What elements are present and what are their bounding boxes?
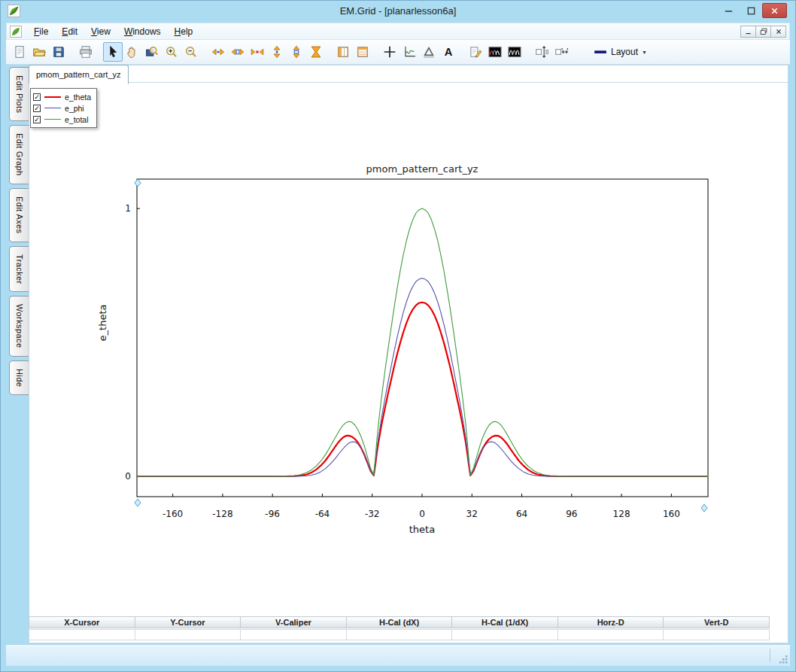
open-button[interactable] [29, 42, 49, 62]
x-tick-label: -32 [365, 509, 380, 519]
save-icon [52, 45, 65, 59]
sidebar-tab-edit-plots[interactable]: Edit Plots [9, 67, 29, 121]
h-compress-button[interactable] [248, 42, 267, 62]
axis-handle[interactable] [701, 504, 707, 512]
sidebar-tab-edit-graph[interactable]: Edit Graph [9, 125, 29, 184]
maximize-button[interactable] [740, 3, 761, 18]
axes-curve-icon [403, 45, 416, 59]
x-tick-label: 96 [566, 509, 577, 519]
document-tab[interactable]: pmom_pattern_cart_yz [29, 65, 129, 84]
layout-label: Layout [611, 47, 638, 57]
readout-header-cell: Y-Cursor [135, 616, 242, 628]
readout-value-cell [663, 629, 770, 640]
legend-label: e_phi [65, 104, 84, 113]
readout-header-cell: H-Cal (dX) [346, 616, 453, 628]
waves-mono-icon [508, 45, 521, 59]
sidebar-tab-hide[interactable]: Hide [9, 360, 29, 395]
v-autofit-icon [535, 45, 548, 59]
zoom-out-button[interactable] [181, 42, 201, 62]
legend-checkbox-e_total[interactable]: ✓ [33, 116, 41, 123]
toolbar-separator [68, 42, 76, 62]
text-label-icon: A [442, 45, 455, 59]
menu-help[interactable]: Help [169, 25, 199, 38]
menu-edit[interactable]: Edit [56, 25, 84, 38]
sidebar-tab-edit-axes[interactable]: Edit Axes [9, 188, 29, 242]
menu-view[interactable]: View [85, 25, 117, 38]
sidebar-tab-label: Hide [15, 369, 24, 387]
sidebar-tab-workspace[interactable]: Workspace [9, 296, 29, 356]
zoom-region-button[interactable] [142, 42, 162, 62]
resize-grip[interactable] [779, 655, 788, 664]
h-autofit-button[interactable] [551, 42, 571, 62]
mdi-minimize-icon [744, 27, 753, 36]
axes-curve-button[interactable] [400, 42, 419, 62]
v-expand-icon [270, 45, 284, 59]
waves-color-icon [488, 45, 502, 59]
waves-mono-button[interactable] [505, 42, 524, 62]
readout-value-cell [558, 629, 664, 640]
close-icon [769, 5, 780, 17]
h-range-icon [231, 45, 245, 59]
v-range-icon [290, 45, 303, 59]
sidebar-tab-label: Edit Axes [15, 196, 24, 233]
x-tick-label: 64 [516, 509, 527, 519]
legend-line-sample [44, 119, 61, 120]
legend-checkbox-e_theta[interactable]: ✓ [33, 93, 41, 101]
v-autofit-button[interactable] [532, 42, 551, 62]
text-label-button[interactable]: A [439, 42, 458, 62]
minimize-icon [723, 5, 734, 17]
v-range-button[interactable] [287, 42, 306, 62]
mdi-close-button[interactable] [770, 26, 786, 38]
print-button[interactable] [76, 42, 96, 62]
crosshair-icon [383, 45, 396, 59]
document-icon[interactable] [10, 26, 22, 38]
open-icon [32, 45, 46, 59]
layout-button[interactable]: Layout ▼ [588, 43, 653, 61]
readout-header-cell: Horz-D [558, 616, 664, 628]
save-button[interactable] [49, 42, 68, 62]
readout-value-row [29, 628, 769, 640]
minimize-button[interactable] [718, 3, 739, 18]
delta-marker-button[interactable] [419, 42, 439, 62]
readout-header-cell: Vert-D [663, 616, 770, 628]
sidebar-tab-tracker[interactable]: Tracker [9, 246, 29, 293]
menubar-items: FileEditViewWindowsHelp [27, 25, 199, 38]
x-tick-label: -160 [163, 509, 183, 519]
close-button[interactable] [762, 3, 787, 18]
h-expand-button[interactable] [208, 42, 228, 62]
table-rows-button[interactable] [353, 42, 372, 62]
toolbar: A Layout ▼ [6, 40, 790, 65]
menubar: FileEditViewWindowsHelp [6, 23, 790, 40]
statusbar [6, 644, 790, 666]
new-button[interactable] [10, 42, 29, 62]
toolbar-separator [201, 42, 208, 62]
mdi-restore-button[interactable] [755, 26, 771, 38]
app-window: EM.Grid - [planarlesson6a] FileEditViewW… [0, 0, 796, 672]
h-expand-icon [211, 45, 225, 59]
mdi-minimize-button[interactable] [740, 26, 756, 38]
select-button[interactable] [103, 42, 123, 62]
readout-value-cell [451, 629, 558, 640]
annotate-button[interactable] [466, 42, 485, 62]
document-tabstrip: pmom_pattern_cart_yz [29, 65, 788, 83]
layout-line-icon [594, 45, 607, 59]
h-range-button[interactable] [228, 42, 248, 62]
new-icon [13, 45, 26, 59]
pan-button[interactable] [123, 42, 142, 62]
waves-color-button[interactable] [485, 42, 505, 62]
table-columns-button[interactable] [333, 42, 353, 62]
v-compress-button[interactable] [306, 42, 326, 62]
axis-handle[interactable] [135, 499, 141, 506]
menu-file[interactable]: File [28, 25, 54, 38]
v-expand-button[interactable] [267, 42, 287, 62]
legend-item-e_theta: ✓e_theta [33, 91, 91, 102]
legend-checkbox-e_phi[interactable]: ✓ [33, 105, 41, 112]
readout-value-cell [135, 629, 242, 640]
zoom-in-button[interactable] [162, 42, 181, 62]
chart-title: pmom_pattern_cart_yz [366, 163, 479, 175]
menu-windows[interactable]: Windows [118, 25, 167, 38]
crosshair-button[interactable] [380, 42, 400, 62]
select-icon [106, 45, 120, 59]
plot-area[interactable] [137, 179, 708, 497]
readout-header-cell: X-Cursor [29, 616, 135, 628]
